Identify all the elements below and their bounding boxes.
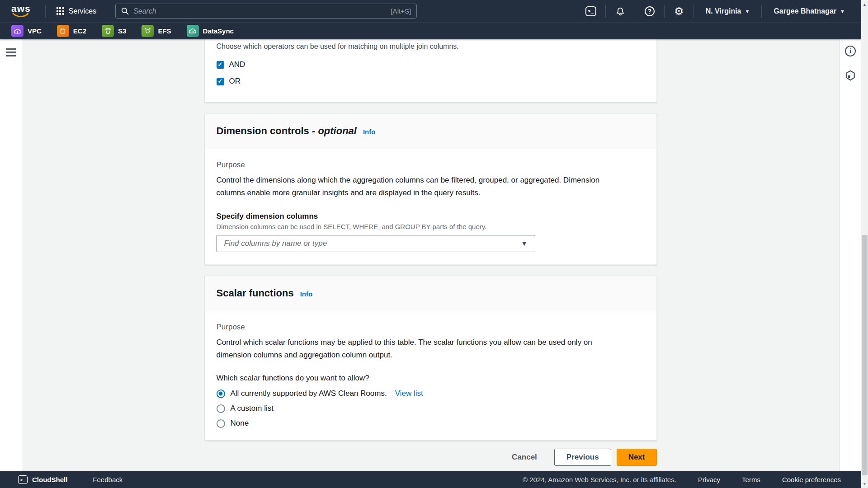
privacy-link[interactable]: Privacy [698, 476, 720, 483]
dimension-columns-field-label: Specify dimension columns [217, 211, 645, 221]
checkbox-label: AND [229, 60, 245, 69]
radio-custom-list[interactable]: A custom list [217, 404, 645, 413]
cookie-preferences-link[interactable]: Cookie preferences [782, 476, 841, 483]
radio-unselected-icon [217, 404, 225, 413]
datasync-icon [187, 25, 199, 37]
right-tools-rail: i [839, 39, 861, 471]
top-navigation-bar: aws Services [Alt+S] >_ ? [0, 0, 861, 22]
resources-panel-toggle[interactable] [840, 63, 861, 87]
hamburger-menu-icon[interactable] [5, 47, 17, 58]
info-panel-toggle[interactable]: i [840, 39, 861, 63]
favorite-datasync[interactable]: DataSync [187, 25, 234, 37]
chevron-down-icon: ▼ [521, 240, 528, 247]
main-content: Choose which operators can be used for m… [22, 39, 839, 471]
divider [45, 5, 46, 18]
scrollbar-up-arrow[interactable]: ▲ [861, 1, 868, 8]
info-link[interactable]: Info [300, 290, 313, 298]
radio-all-supported[interactable]: All currently supported by AWS Clean Roo… [217, 389, 645, 398]
ec2-icon [57, 25, 69, 37]
scalar-functions-radio-group: All currently supported by AWS Clean Roo… [217, 389, 645, 428]
hexagon-icon [844, 70, 856, 81]
help-question-icon: ? [645, 6, 655, 16]
aws-smile-icon [12, 13, 29, 18]
radio-unselected-icon [217, 419, 225, 428]
favorite-s3[interactable]: S3 [102, 25, 126, 37]
previous-button[interactable]: Previous [554, 449, 611, 466]
services-grid-icon [57, 7, 64, 15]
info-icon: i [845, 46, 856, 56]
cloudshell-terminal-icon: >_ [585, 6, 596, 16]
purpose-text: Control the dimensions along which the a… [217, 174, 628, 199]
bell-icon [615, 6, 625, 16]
favorite-label: EC2 [73, 27, 86, 35]
divider [605, 5, 606, 18]
scalar-functions-header: Scalar functions Info [205, 276, 656, 311]
favorite-label: VPC [28, 27, 42, 35]
favorite-efs[interactable]: EFS [142, 25, 171, 37]
cancel-button[interactable]: Cancel [507, 449, 542, 466]
divider [693, 5, 694, 18]
cloudshell-terminal-icon: >_ [18, 475, 28, 484]
dimension-controls-card: Dimension controls - optional Info Purpo… [205, 113, 657, 265]
services-menu-button[interactable]: Services [50, 0, 103, 22]
dimension-columns-field-description: Dimension columns can be used in SELECT,… [217, 223, 645, 231]
scrollbar-thumb[interactable] [862, 235, 868, 475]
topbar-right-group: >_ ? ⚙ N. Virginia ▼ Gargee Bhatnagar ▼ [581, 0, 852, 22]
purpose-text: Control which scalar functions may be ap… [217, 336, 628, 361]
chevron-down-icon: ▼ [745, 9, 750, 14]
feedback-link[interactable]: Feedback [93, 476, 123, 483]
divider [761, 5, 762, 18]
favorite-label: EFS [158, 27, 171, 35]
section-title: Scalar functions [217, 287, 294, 299]
efs-icon [142, 25, 154, 37]
account-menu[interactable]: Gargee Bhatnagar ▼ [766, 0, 852, 22]
settings-button[interactable]: ⚙ [669, 0, 689, 22]
radio-selected-icon [217, 389, 225, 398]
gear-icon: ⚙ [674, 6, 684, 17]
scrollbar-down-arrow[interactable]: ▼ [861, 480, 868, 487]
dimension-columns-select[interactable]: Find columns by name or type ▼ [217, 235, 535, 252]
region-selector[interactable]: N. Virginia ▼ [698, 0, 757, 22]
checkbox-checked-icon [217, 78, 224, 85]
search-input[interactable] [133, 7, 386, 15]
scalar-functions-card: Scalar functions Info Purpose Control wh… [205, 276, 657, 441]
search-icon [121, 7, 129, 15]
help-button[interactable]: ? [640, 0, 660, 22]
checkbox-label: OR [229, 77, 241, 86]
services-label: Services [69, 7, 96, 15]
info-link[interactable]: Info [363, 128, 376, 136]
next-button[interactable]: Next [617, 449, 657, 466]
favorite-ec2[interactable]: EC2 [57, 25, 86, 37]
global-search-box[interactable]: [Alt+S] [115, 4, 417, 19]
divider [664, 5, 665, 18]
radio-none[interactable]: None [217, 419, 645, 428]
copyright-text: © 2024, Amazon Web Services, Inc. or its… [523, 476, 676, 483]
left-navigation-rail [0, 39, 22, 471]
divider [635, 5, 635, 18]
notifications-button[interactable] [610, 0, 630, 22]
radio-label: All currently supported by AWS Clean Roo… [231, 389, 387, 398]
cloudshell-label: CloudShell [32, 476, 67, 483]
purpose-heading: Purpose [217, 323, 645, 332]
favorites-bar: VPC EC2 S3 EFS DataSync [0, 22, 861, 39]
section-title: Dimension controls - optional [217, 125, 357, 137]
footer-cloudshell-button[interactable]: >_ CloudShell [18, 475, 67, 484]
checkbox-and[interactable]: AND [217, 60, 645, 69]
checkbox-checked-icon [217, 61, 224, 69]
favorite-vpc[interactable]: VPC [11, 25, 42, 37]
view-list-link[interactable]: View list [395, 389, 423, 398]
vpc-icon [11, 25, 24, 37]
select-placeholder: Find columns by name or type [224, 239, 327, 248]
cloudshell-button[interactable]: >_ [581, 0, 601, 22]
favorite-label: S3 [118, 27, 126, 35]
account-label: Gargee Bhatnagar [774, 7, 836, 15]
favorite-label: DataSync [203, 27, 234, 35]
aws-logo[interactable]: aws [11, 5, 31, 18]
chevron-down-icon: ▼ [840, 9, 845, 14]
page-body: Choose which operators can be used for m… [0, 39, 861, 471]
search-shortcut-hint: [Alt+S] [391, 7, 411, 15]
purpose-heading: Purpose [217, 160, 645, 169]
terms-link[interactable]: Terms [742, 476, 760, 483]
checkbox-or[interactable]: OR [217, 77, 645, 86]
scalar-functions-question: Which scalar functions do you want to al… [217, 373, 645, 383]
